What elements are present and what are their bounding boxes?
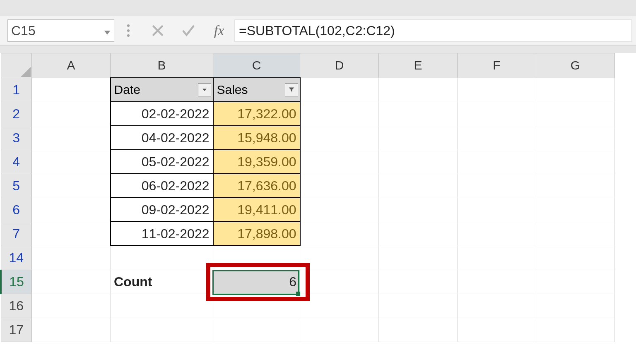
select-all-button[interactable]	[1, 53, 32, 78]
cell-D2[interactable]	[300, 102, 379, 126]
cell-F3[interactable]	[458, 126, 536, 150]
row-header-7[interactable]: 7	[1, 222, 32, 246]
cell-G7[interactable]	[536, 222, 615, 246]
row-header-15[interactable]: 15	[1, 270, 32, 294]
cell-B4[interactable]: 05-02-2022	[111, 150, 213, 174]
col-header-G[interactable]: G	[536, 53, 615, 78]
col-header-A[interactable]: A	[32, 53, 111, 78]
cell-C4[interactable]: 19,359.00	[213, 150, 300, 174]
cell-A6[interactable]	[32, 198, 111, 222]
cell-F1[interactable]	[458, 78, 536, 102]
cell-F5[interactable]	[458, 174, 536, 198]
cell-A3[interactable]	[32, 126, 111, 150]
cell-D16[interactable]	[300, 294, 379, 318]
cell-G15[interactable]	[536, 270, 615, 294]
cell-B3[interactable]: 04-02-2022	[111, 126, 213, 150]
cell-F14[interactable]	[458, 246, 536, 270]
insert-function-button[interactable]: fx	[204, 20, 234, 41]
cell-E6[interactable]	[379, 198, 458, 222]
cell-C17[interactable]	[213, 318, 300, 342]
cell-B5[interactable]: 06-02-2022	[111, 174, 213, 198]
cell-A4[interactable]	[32, 150, 111, 174]
row-header-2[interactable]: 2	[1, 102, 32, 126]
cell-A2[interactable]	[32, 102, 111, 126]
enter-button[interactable]	[173, 20, 204, 41]
col-header-D[interactable]: D	[300, 53, 379, 78]
cell-D6[interactable]	[300, 198, 379, 222]
cell-B7[interactable]: 11-02-2022	[111, 222, 213, 246]
cell-G17[interactable]	[536, 318, 615, 342]
cell-E15[interactable]	[379, 270, 458, 294]
row-header-5[interactable]: 5	[1, 174, 32, 198]
cancel-button[interactable]	[142, 20, 173, 41]
name-box[interactable]: C15	[7, 19, 114, 42]
cell-G3[interactable]	[536, 126, 615, 150]
cell-G2[interactable]	[536, 102, 615, 126]
cell-G4[interactable]	[536, 150, 615, 174]
cell-F4[interactable]	[458, 150, 536, 174]
name-box-dropdown-icon[interactable]	[102, 26, 112, 36]
cell-D4[interactable]	[300, 150, 379, 174]
cell-E2[interactable]	[379, 102, 458, 126]
row-header-1[interactable]: 1	[1, 78, 32, 102]
row-header-4[interactable]: 4	[1, 150, 32, 174]
cell-C2[interactable]: 17,322.00	[213, 102, 300, 126]
col-header-B[interactable]: B	[111, 53, 213, 78]
cell-C5[interactable]: 17,636.00	[213, 174, 300, 198]
cell-A17[interactable]	[32, 318, 111, 342]
cell-F16[interactable]	[458, 294, 536, 318]
cell-G5[interactable]	[536, 174, 615, 198]
cell-E4[interactable]	[379, 150, 458, 174]
cell-A15[interactable]	[32, 270, 111, 294]
cell-C7[interactable]: 17,898.00	[213, 222, 300, 246]
cell-E17[interactable]	[379, 318, 458, 342]
cell-G14[interactable]	[536, 246, 615, 270]
cell-D17[interactable]	[300, 318, 379, 342]
cell-C3[interactable]: 15,948.00	[213, 126, 300, 150]
cell-G1[interactable]	[536, 78, 615, 102]
cell-D5[interactable]	[300, 174, 379, 198]
cell-A16[interactable]	[32, 294, 111, 318]
filter-button-sales[interactable]	[285, 83, 298, 96]
cell-E1[interactable]	[379, 78, 458, 102]
cell-F7[interactable]	[458, 222, 536, 246]
cell-E5[interactable]	[379, 174, 458, 198]
cell-B6[interactable]: 09-02-2022	[111, 198, 213, 222]
row-header-3[interactable]: 3	[1, 126, 32, 150]
cell-C16[interactable]	[213, 294, 300, 318]
cell-B14[interactable]	[111, 246, 213, 270]
cell-D7[interactable]	[300, 222, 379, 246]
col-header-F[interactable]: F	[458, 53, 536, 78]
row-header-6[interactable]: 6	[1, 198, 32, 222]
cell-E7[interactable]	[379, 222, 458, 246]
cell-B16[interactable]	[111, 294, 213, 318]
cell-B15[interactable]: Count	[111, 270, 213, 294]
cell-B17[interactable]	[111, 318, 213, 342]
spreadsheet-grid[interactable]: A B C D E F G 1 Date Sales	[0, 53, 636, 364]
cell-A7[interactable]	[32, 222, 111, 246]
cell-C15[interactable]: 6	[213, 270, 300, 294]
cell-G16[interactable]	[536, 294, 615, 318]
cell-A14[interactable]	[32, 246, 111, 270]
cell-C14[interactable]	[213, 246, 300, 270]
cell-C6[interactable]: 19,411.00	[213, 198, 300, 222]
cell-A5[interactable]	[32, 174, 111, 198]
cell-F17[interactable]	[458, 318, 536, 342]
cell-E3[interactable]	[379, 126, 458, 150]
cell-D3[interactable]	[300, 126, 379, 150]
row-header-17[interactable]: 17	[1, 318, 32, 342]
row-header-14[interactable]: 14	[1, 246, 32, 270]
cell-B2[interactable]: 02-02-2022	[111, 102, 213, 126]
col-header-C[interactable]: C	[213, 53, 300, 78]
cell-E14[interactable]	[379, 246, 458, 270]
cell-F6[interactable]	[458, 198, 536, 222]
cell-D15[interactable]	[300, 270, 379, 294]
cell-C1[interactable]: Sales	[213, 78, 300, 102]
cell-F15[interactable]	[458, 270, 536, 294]
cell-F2[interactable]	[458, 102, 536, 126]
cell-D14[interactable]	[300, 246, 379, 270]
cell-A1[interactable]	[32, 78, 111, 102]
col-header-E[interactable]: E	[379, 53, 458, 78]
cell-D1[interactable]	[300, 78, 379, 102]
formula-input[interactable]: =SUBTOTAL(102,C2:C12)	[234, 19, 632, 42]
